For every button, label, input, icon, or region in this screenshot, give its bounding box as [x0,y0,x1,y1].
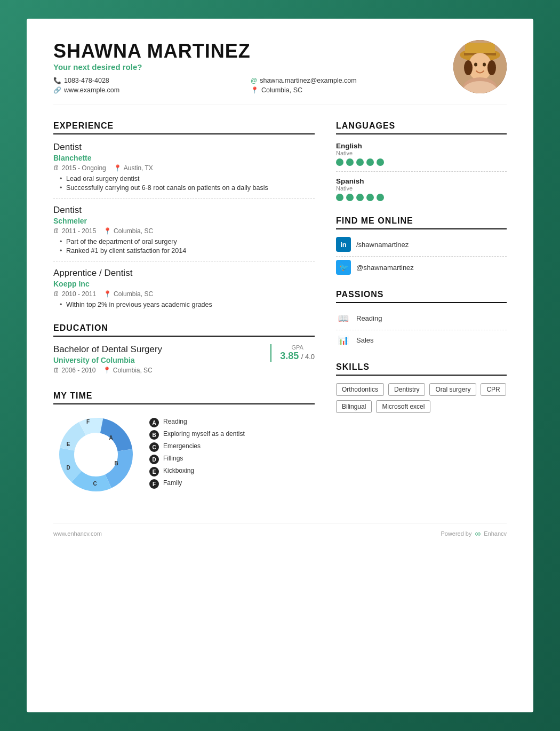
svg-text:D: D [66,465,70,471]
dot-s1 [336,194,343,201]
dot-4 [366,158,374,166]
job-1: Dentist Blanchette 🗓 2015 - Ongoing 📍 Au… [53,142,315,192]
photo-placeholder [453,40,507,93]
skill-oral-surgery: Oral surgery [429,383,476,396]
legend-item-b: B Exploring myself as a dentist [149,430,315,440]
passion-reading: 📖 Reading [336,311,507,325]
footer: www.enhancv.com Powered by ∞ Enhancv [53,523,507,538]
skills-grid: Orthodontics Dentistry Oral surgery CPR … [336,383,507,413]
location-icon: 📍 [251,86,259,94]
legend-label-b: Exploring myself as a dentist [163,430,245,438]
social-divider [336,256,507,257]
legend-label-a: Reading [163,418,187,425]
job-2-meta: 🗓 2011 - 2015 📍 Columbia, SC [53,227,315,235]
legend-item-a: A Reading [149,418,315,427]
svg-text:E: E [67,441,70,447]
passions-title: PASSIONS [336,290,507,303]
footer-brand: Powered by ∞ Enhancv [441,529,507,538]
skills-title: SKILLS [336,362,507,376]
twitter-handle: @shawnamartinez [356,264,414,272]
brand-logo: ∞ [475,529,481,538]
job-1-title: Dentist [53,142,315,153]
job-2-company: Schmeler [53,217,315,225]
job-3-meta: 🗓 2010 - 2011 📍 Columbia, SC [53,290,315,298]
experience-title: EXPERIENCE [53,121,315,134]
edu-degree: Bachelor of Dental Surgery [53,344,270,355]
job-divider-2 [53,261,315,261]
education-section: EDUCATION Bachelor of Dental Surgery Uni… [53,323,315,376]
job-3-bullets: Within top 2% in previous years academic… [53,301,315,308]
job-1-meta: 🗓 2015 - Ongoing 📍 Austin, TX [53,164,315,172]
header-left: SHAWNA MARTINEZ Your next desired role? … [53,40,437,94]
language-english: English Native [336,142,507,166]
website-url: www.example.com [64,86,119,94]
svg-text:F: F [86,419,90,425]
social-twitter: 🐦 @shawnamartinez [336,260,507,275]
linkedin-icon: in [336,237,351,252]
edu-left: Bachelor of Dental Surgery University of… [53,344,270,376]
legend-list: A Reading B Exploring myself as a dentis… [149,418,315,491]
passion-divider [336,330,507,330]
left-column: EXPERIENCE Dentist Blanchette 🗓 2015 - O… [53,121,315,512]
job-1-bullet-2: Successfully carrying out 6-8 root canal… [60,184,315,192]
job-3-period: 🗓 2010 - 2011 [53,290,96,298]
right-column: LANGUAGES English Native Spanish Nati [336,121,507,512]
brand-name: Enhancv [484,530,507,537]
job-2-bullet-1: Part of the department of oral surgery [60,238,315,245]
phone-contact: 📞 1083-478-4028 [53,77,240,84]
svg-point-9 [483,63,486,67]
mytime-section: MY TIME [53,391,315,497]
job-3-bullet-1: Within top 2% in previous years academic… [60,301,315,308]
job-3-company: Koepp Inc [53,280,315,288]
social-linkedin: in /shawnamartinez [336,237,507,252]
languages-title: LANGUAGES [336,121,507,134]
email-icon: @ [251,77,257,84]
legend-item-d: D Fillings [149,455,315,464]
skill-microsoft-excel: Microsoft excel [376,400,430,413]
job-1-company: Blanchette [53,154,315,162]
footer-website: www.enhancv.com [53,530,102,537]
calendar-icon-2: 🗓 [53,227,60,235]
legend-letter-b: B [149,430,159,440]
svg-text:B: B [114,460,118,466]
edu-school: University of Columbia [53,356,270,364]
skill-orthodontics: Orthodontics [336,383,384,396]
gpa-value: 3.85 [280,351,299,361]
website-icon: 🔗 [53,86,61,94]
phone-number: 1083-478-4028 [64,77,109,84]
mytime-title: MY TIME [53,391,315,404]
loc-icon-1: 📍 [114,164,122,172]
job-3: Apprentice / Dentist Koepp Inc 🗓 2010 - … [53,268,315,308]
job-3-title: Apprentice / Dentist [53,268,315,279]
job-divider-1 [53,198,315,198]
profile-photo [453,40,507,93]
job-2-bullets: Part of the department of oral surgery R… [53,238,315,255]
svg-point-7 [487,60,496,75]
legend-letter-f: F [149,479,159,489]
mytime-content: A B C D E F A Reading [53,412,315,497]
svg-text:C: C [93,481,97,487]
loc-icon-edu: 📍 [103,367,111,374]
resume-container: SHAWNA MARTINEZ Your next desired role? … [27,19,533,712]
desired-role: Your next desired role? [53,62,437,71]
job-2-period: 🗓 2011 - 2015 [53,227,96,235]
gpa-label: GPA [280,344,315,351]
avatar-svg [453,40,507,93]
legend-item-f: F Family [149,479,315,489]
lang-spanish-dots [336,194,507,201]
experience-section: EXPERIENCE Dentist Blanchette 🗓 2015 - O… [53,121,315,308]
dot-s2 [346,194,354,201]
legend-letter-d: D [149,455,159,464]
dot-3 [356,158,364,166]
sales-icon: 📊 [336,332,351,347]
calendar-icon-3: 🗓 [53,290,60,298]
legend-label-c: Emergencies [163,442,201,450]
edu-meta: 🗓 2006 - 2010 📍 Columbia, SC [53,367,270,374]
job-3-location: 📍 Columbia, SC [103,290,153,298]
findme-section: FIND ME ONLINE in /shawnamartinez 🐦 @sha… [336,216,507,275]
skills-section: SKILLS Orthodontics Dentistry Oral surge… [336,362,507,413]
loc-icon-2: 📍 [103,227,111,235]
job-1-period: 🗓 2015 - Ongoing [53,164,106,172]
edu-location: 📍 Columbia, SC [103,367,152,374]
findme-title: FIND ME ONLINE [336,216,507,229]
